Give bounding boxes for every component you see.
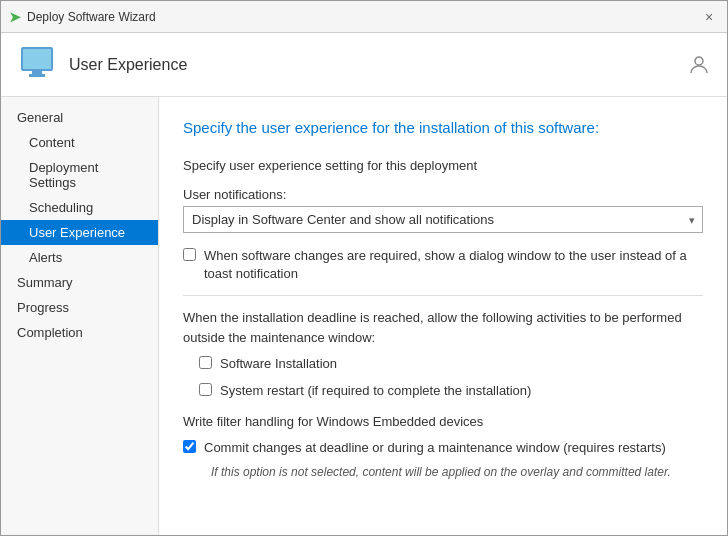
person-icon: [687, 53, 711, 77]
toast-notification-checkbox[interactable]: [183, 248, 196, 261]
wizard-icon: ➤: [9, 9, 21, 25]
write-filter-label: Write filter handling for Windows Embedd…: [183, 414, 703, 429]
checkbox3-row: System restart (if required to complete …: [199, 382, 703, 400]
monitor-icon: [21, 47, 53, 71]
sidebar-item-completion[interactable]: Completion: [1, 320, 158, 345]
sidebar-item-scheduling[interactable]: Scheduling: [1, 195, 158, 220]
commit-changes-label: Commit changes at deadline or during a m…: [204, 439, 666, 457]
sidebar-item-summary[interactable]: Summary: [1, 270, 158, 295]
sidebar-item-general[interactable]: General: [1, 105, 158, 130]
commit-changes-checkbox[interactable]: [183, 440, 196, 453]
title-bar-left: ➤ Deploy Software Wizard: [9, 9, 156, 25]
content-area: General Content Deployment Settings Sche…: [1, 97, 727, 535]
checkbox2-row: Software Installation: [199, 355, 703, 373]
checkbox1-row: When software changes are required, show…: [183, 247, 703, 283]
deadline-checkboxes: Software Installation System restart (if…: [199, 355, 703, 399]
close-button[interactable]: ×: [699, 7, 719, 27]
header-bar: User Experience: [1, 33, 727, 97]
computer-icon: [17, 47, 57, 83]
sidebar-item-progress[interactable]: Progress: [1, 295, 158, 320]
section-label: Specify user experience setting for this…: [183, 158, 703, 173]
notifications-label: User notifications:: [183, 187, 703, 202]
system-restart-checkbox[interactable]: [199, 383, 212, 396]
deadline-section-label: When the installation deadline is reache…: [183, 308, 703, 347]
toast-notification-label: When software changes are required, show…: [204, 247, 703, 283]
sidebar-item-user-experience[interactable]: User Experience: [1, 220, 158, 245]
sidebar-item-deployment-settings[interactable]: Deployment Settings: [1, 155, 158, 195]
sidebar: General Content Deployment Settings Sche…: [1, 97, 159, 535]
software-installation-label: Software Installation: [220, 355, 337, 373]
system-restart-label: System restart (if required to complete …: [220, 382, 531, 400]
checkbox4-row: Commit changes at deadline or during a m…: [183, 439, 703, 457]
svg-point-0: [695, 57, 703, 65]
divider-1: [183, 295, 703, 296]
user-notifications-dropdown[interactable]: Display in Software Center and show all …: [183, 206, 703, 233]
sidebar-item-content[interactable]: Content: [1, 130, 158, 155]
header-left: User Experience: [17, 47, 187, 83]
commit-note: If this option is not selected, content …: [211, 465, 703, 479]
header-title: User Experience: [69, 56, 187, 74]
main-content: Specify the user experience for the inst…: [159, 97, 727, 535]
notifications-section: User notifications: Display in Software …: [183, 187, 703, 233]
sidebar-item-alerts[interactable]: Alerts: [1, 245, 158, 270]
dropdown-wrapper: Display in Software Center and show all …: [183, 206, 703, 233]
title-bar: ➤ Deploy Software Wizard ×: [1, 1, 727, 33]
software-installation-checkbox[interactable]: [199, 356, 212, 369]
window-title: Deploy Software Wizard: [27, 10, 156, 24]
main-heading: Specify the user experience for the inst…: [183, 117, 703, 138]
main-window: ➤ Deploy Software Wizard × User Experien…: [0, 0, 728, 536]
